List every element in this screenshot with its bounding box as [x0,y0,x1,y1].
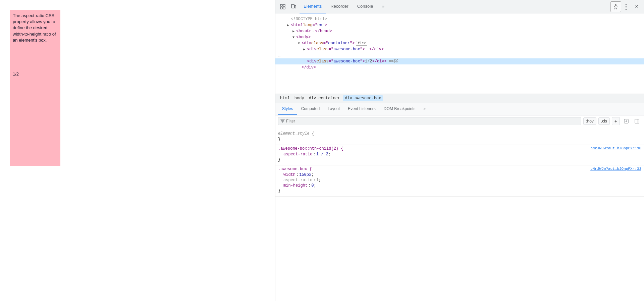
breadcrumb-div-container[interactable]: div.container [307,95,342,101]
device-icon[interactable] [289,2,298,11]
devtools-header: Elements Recorder Console » ⋮ × [275,0,644,13]
dom-awesomebox2-line[interactable]: <div class="awesome-box"> 1/2 </div> == … [275,58,644,64]
accessibility-icon[interactable] [610,1,621,12]
css-prop-min-height: min-height : 0 ; [278,183,641,188]
doctype-text: <!DOCTYPE html> [291,17,327,21]
breadcrumb-html[interactable]: html [278,95,292,101]
dom-container-line[interactable]: <div class="container"> flex [275,40,644,46]
svg-rect-5 [294,5,296,8]
css-rule-nth-header: .awesome-box:nth-child(2) { oNrJWJw?aut…… [278,146,641,151]
preview-box-1-text: The aspect-ratio CSS property allows you… [13,13,58,43]
css-rule-awesome-box-nth: .awesome-box:nth-child(2) { oNrJWJw?aut…… [275,145,644,165]
css-link-nth[interactable]: oNrJWJw?aut…bJOnpPXr:38 [590,146,641,150]
tab-dom-breakpoints[interactable]: DOM Breakpoints [380,103,420,115]
breadcrumb-body[interactable]: body [292,95,306,101]
hov-button[interactable]: :hov [583,117,596,125]
webpage-preview: The aspect-ratio CSS property allows you… [0,0,275,301]
css-selector-nth: .awesome-box:nth-child(2) { [278,146,343,151]
css-prop-width: width : 150px ; [278,172,641,178]
css-link-awesome-box[interactable]: oNrJWJw?aut…bJOnpPXr:33 [590,167,641,171]
devtools-panel: Elements Recorder Console » ⋮ × [275,0,644,301]
inspect-icon[interactable] [278,2,287,11]
styles-panel: Styles Computed Layout Event Listeners D… [275,103,644,301]
close-devtools-button[interactable]: × [632,2,641,11]
css-rule-awesome-box-header: .awesome-box { oNrJWJw?aut…bJOnpPXr:33 [278,167,641,171]
dom-html-line[interactable]: <html lang="en"> [275,22,644,28]
preview-box-1: The aspect-ratio CSS property allows you… [10,10,60,69]
dom-body-line[interactable]: <body> [275,34,644,40]
css-rule-awesome-box: .awesome-box { oNrJWJw?aut…bJOnpPXr:33 w… [275,165,644,197]
tab-computed[interactable]: Computed [297,103,324,115]
dom-container-close-line[interactable]: </div> [275,64,644,70]
breadcrumb-div-awesome-box[interactable]: div.awesome-box [343,95,383,101]
toggle-sidebar-icon[interactable] [633,117,641,126]
body-toggle[interactable] [291,35,296,39]
tab-elements[interactable]: Elements [300,0,326,13]
css-rule-element-style: element.style { } [275,130,644,145]
dom-ellipsis-line: … [275,52,644,58]
element-style-selector: element.style { [278,131,314,136]
html-toggle[interactable] [286,23,290,27]
svg-point-6 [615,4,616,5]
css-rule-element-style-close: } [278,137,641,142]
dom-tree-scrollbar[interactable] [642,13,644,94]
css-rule-nth-close: } [278,157,641,162]
svg-rect-0 [280,4,282,6]
dom-doctype-line[interactable]: <!DOCTYPE html> [275,16,644,22]
dom-head-line[interactable]: <head> … </head> [275,28,644,34]
new-style-rule-icon[interactable] [622,117,631,126]
preview-box-2: 1/2 [10,69,60,166]
dom-awesomebox1-line[interactable]: <div class="awesome-box"> … </div> [275,46,644,52]
css-rule-element-style-header: element.style { [278,131,641,136]
breadcrumb-bar: html body div.container div.awesome-box [275,94,644,103]
css-selector-awesome-box: .awesome-box { [278,167,312,171]
head-toggle[interactable] [291,29,296,33]
css-rule-awesome-box-close: } [278,188,641,194]
container-toggle[interactable] [297,41,301,45]
filter-icon [280,118,285,124]
add-style-button[interactable]: + [612,117,620,125]
css-prop-aspect-ratio-struck: aspect-ratio : 1 ; [278,178,641,183]
css-prop-aspect-ratio-nth: aspect-ratio : 1 / 2 ; [278,152,641,157]
tab-recorder[interactable]: Recorder [326,0,352,13]
more-options-icon[interactable]: ⋮ [621,2,631,11]
tab-layout[interactable]: Layout [324,103,344,115]
flex-badge[interactable]: flex [356,41,367,46]
tab-console[interactable]: Console [353,0,377,13]
dom-tree[interactable]: <!DOCTYPE html> <html lang="en"> <head> … [275,13,644,94]
filter-input-wrap [278,117,581,125]
svg-rect-3 [283,7,285,9]
tab-event-listeners[interactable]: Event Listeners [344,103,380,115]
svg-rect-8 [635,119,639,123]
svg-rect-4 [291,4,294,8]
filter-input[interactable] [286,119,579,123]
cls-button[interactable]: .cls [598,117,610,125]
tab-more[interactable]: » [378,0,388,13]
svg-rect-2 [280,7,282,9]
close-icon: × [635,3,639,10]
css-rules-panel: element.style { } .awesome-box:nth-child… [275,127,644,301]
tab-styles-more[interactable]: » [420,103,430,115]
svg-rect-1 [283,4,285,6]
tab-styles[interactable]: Styles [278,103,297,115]
preview-box-2-text: 1/2 [13,71,19,77]
styles-panel-tabs: Styles Computed Layout Event Listeners D… [275,103,644,115]
awesomebox1-toggle[interactable] [302,47,306,51]
styles-filter-bar: :hov .cls + [275,115,644,127]
devtools-main-tabs: Elements Recorder Console » [300,0,609,13]
